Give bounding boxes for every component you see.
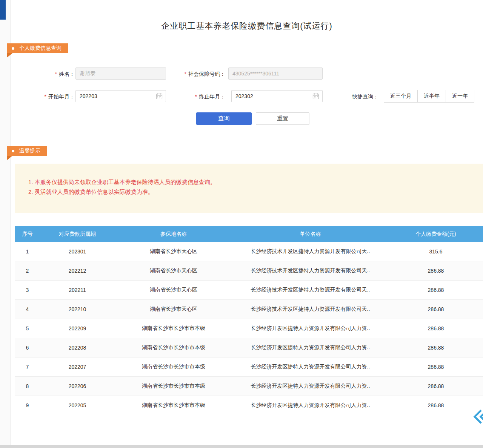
table-cell: 长沙经济技术开发区捷特人力资源开发有限公司天.. [232, 300, 389, 319]
table-row: 8202206湖南省长沙市长沙市市本级长沙经济开发区捷特人力资源开发有限公司人力… [15, 377, 483, 396]
header-seq: 序号 [15, 226, 40, 242]
table-cell: 286.88 [389, 281, 483, 300]
table-cell: 5 [15, 319, 40, 338]
table-cell: 202209 [40, 319, 115, 338]
table-cell: 286.88 [389, 357, 483, 377]
name-field[interactable] [75, 68, 166, 80]
table-row: 6202208湖南省长沙市长沙市市本级长沙经济开发区捷特人力资源开发有限公司人力… [15, 338, 483, 357]
table-cell: 315.6 [389, 242, 483, 261]
quick-query-3months-button[interactable]: 近三个月 [384, 90, 418, 103]
table-row: 3202211湖南省长沙市天心区长沙经济技术开发区捷特人力资源开发有限公司天..… [15, 281, 483, 300]
table-cell: 202210 [40, 300, 115, 319]
required-mark: * [45, 94, 46, 100]
notice-line-1: 1. 本服务仅提供尚未领取企业职工基本养老保险待遇人员的缴费信息查询。 [28, 177, 475, 187]
table-cell: 湖南省长沙市长沙市市本级 [115, 338, 232, 357]
table-cell: 长沙经济技术开发区捷特人力资源开发有限公司天.. [232, 242, 389, 261]
table-cell: 202208 [40, 338, 115, 357]
notice-line-2: 2. 灵活就业人员的缴费单位信息以实际缴费为准。 [28, 187, 475, 197]
table-cell: 湖南省长沙市长沙市市本级 [115, 377, 232, 396]
quick-query-group: 近三个月 近半年 近一年 [384, 90, 474, 103]
section-badge-personal-query: 个人缴费信息查询 [7, 43, 68, 53]
header-insured-place: 参保地名称 [115, 226, 232, 242]
table-cell: 湖南省长沙市天心区 [115, 300, 232, 319]
table-row: 5202209湖南省长沙市长沙市市本级长沙经济开发区捷特人力资源开发有限公司人力… [15, 319, 483, 338]
sidebar-collapsed-tab[interactable] [0, 0, 6, 20]
table-cell: 202205 [40, 396, 115, 415]
table-cell: 湖南省长沙市天心区 [115, 261, 232, 281]
table-cell: 202207 [40, 357, 115, 377]
table-cell: 长沙经济开发区捷特人力资源开发有限公司人力资.. [232, 319, 389, 338]
table-row: 9202205湖南省长沙市长沙市市本级长沙经济开发区捷特人力资源开发有限公司人力… [15, 396, 483, 415]
table-cell: 9 [15, 396, 40, 415]
required-mark: * [55, 71, 57, 77]
table-row: 1202301湖南省长沙市天心区长沙经济技术开发区捷特人力资源开发有限公司天..… [15, 242, 483, 261]
table-header: 序号 对应费款所属期 参保地名称 单位名称 个人缴费金额(元) [15, 226, 483, 242]
left-gutter [0, 0, 11, 448]
table-cell: 湖南省长沙市长沙市市本级 [115, 396, 232, 415]
bullet-dot-icon [12, 47, 14, 50]
reset-button[interactable]: 重置 [256, 112, 309, 125]
table-cell: 长沙经济技术开发区捷特人力资源开发有限公司天.. [232, 261, 389, 281]
header-fee-period: 对应费款所属期 [40, 226, 115, 242]
calendar-icon[interactable] [312, 93, 319, 100]
quick-query-1year-button[interactable]: 近一年 [446, 90, 474, 103]
required-mark: * [195, 94, 197, 100]
start-month-label: *开始年月： [30, 94, 75, 100]
page-title: 企业职工基本养老保险缴费信息查询(试运行) [11, 20, 483, 32]
table-cell: 3 [15, 281, 40, 300]
table-cell: 1 [15, 242, 40, 261]
table-cell: 长沙经济技术开发区捷特人力资源开发有限公司天.. [232, 281, 389, 300]
table-cell: 长沙经济开发区捷特人力资源开发有限公司人力资.. [232, 357, 389, 377]
table-row: 2202212湖南省长沙市天心区长沙经济技术开发区捷特人力资源开发有限公司天..… [15, 261, 483, 281]
table-cell: 202301 [40, 242, 115, 261]
table-cell: 湖南省长沙市天心区 [115, 242, 232, 261]
table-cell: 202206 [40, 377, 115, 396]
table-body: 1202301湖南省长沙市天心区长沙经济技术开发区捷特人力资源开发有限公司天..… [15, 242, 483, 415]
bullet-dot-icon [12, 150, 14, 152]
table-cell: 长沙经济开发区捷特人力资源开发有限公司人力资.. [232, 377, 389, 396]
end-month-label: *终止年月： [170, 94, 225, 100]
table-cell: 286.88 [389, 319, 483, 338]
table-row: 4202210湖南省长沙市天心区长沙经济技术开发区捷特人力资源开发有限公司天..… [15, 300, 483, 319]
bottom-border-strip [0, 445, 483, 448]
calendar-icon[interactable] [156, 93, 163, 100]
double-chevron-left-icon[interactable] [471, 408, 483, 427]
section-badge-label: 温馨提示 [19, 147, 40, 154]
header-employer-name: 单位名称 [232, 226, 389, 242]
query-button[interactable]: 查询 [196, 112, 252, 125]
quick-query-label: 快捷查询： [352, 94, 378, 100]
start-month-field[interactable] [75, 90, 166, 102]
table-cell: 长沙经济开发区捷特人力资源开发有限公司人力资.. [232, 338, 389, 357]
badge-fold-decoration [7, 156, 12, 160]
table-cell: 202212 [40, 261, 115, 281]
name-label: *姓名： [30, 71, 75, 78]
table-cell: 8 [15, 377, 40, 396]
required-mark: * [185, 71, 186, 77]
quick-query-halfyear-button[interactable]: 近半年 [417, 90, 446, 103]
table-cell: 湖南省长沙市长沙市市本级 [115, 357, 232, 377]
ssn-label: *社会保障号码： [170, 71, 225, 78]
table-cell: 湖南省长沙市长沙市市本级 [115, 319, 232, 338]
table-cell: 2 [15, 261, 40, 281]
table-cell: 202211 [40, 281, 115, 300]
end-month-field[interactable] [231, 90, 323, 102]
pension-query-page: 企业职工基本养老保险缴费信息查询(试运行) 个人缴费信息查询 *姓名： *社会保… [0, 0, 483, 448]
table-cell: 6 [15, 338, 40, 357]
header-personal-amount: 个人缴费金额(元) [389, 226, 483, 242]
section-badge-label: 个人缴费信息查询 [19, 45, 62, 52]
table-cell: 286.88 [389, 261, 483, 281]
table-cell: 7 [15, 357, 40, 377]
section-badge-tips: 温馨提示 [7, 146, 47, 156]
badge-fold-decoration [7, 53, 12, 58]
table-row: 7202207湖南省长沙市长沙市市本级长沙经济开发区捷特人力资源开发有限公司人力… [15, 357, 483, 377]
table-cell: 4 [15, 300, 40, 319]
table-cell: 长沙经济开发区捷特人力资源开发有限公司人力资.. [232, 396, 389, 415]
table-cell: 286.88 [389, 300, 483, 319]
table-cell: 286.88 [389, 396, 483, 415]
notice-box: 1. 本服务仅提供尚未领取企业职工基本养老保险待遇人员的缴费信息查询。 2. 灵… [15, 164, 483, 213]
ssn-field[interactable] [228, 68, 323, 80]
results-table: 序号 对应费款所属期 参保地名称 单位名称 个人缴费金额(元) 1202301湖… [15, 226, 483, 415]
table-cell: 湖南省长沙市天心区 [115, 281, 232, 300]
table-cell: 286.88 [389, 338, 483, 357]
table-cell: 286.88 [389, 377, 483, 396]
